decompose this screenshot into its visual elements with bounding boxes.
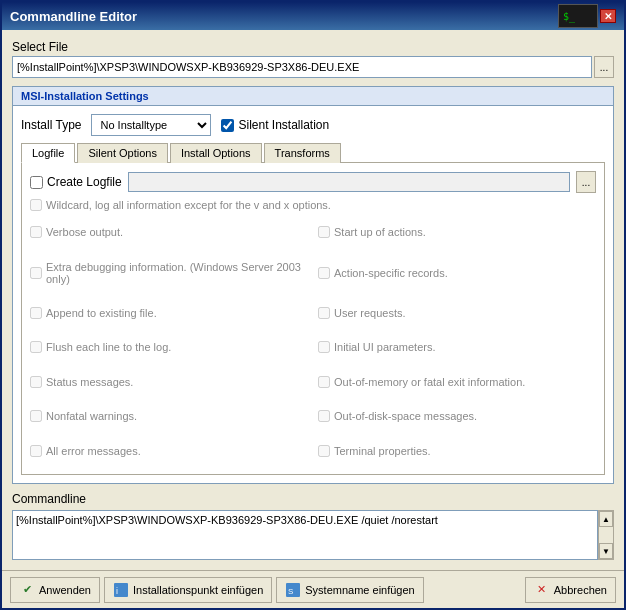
- tabs-container: Logfile Silent Options Install Options T…: [21, 142, 605, 475]
- svg-text:i: i: [116, 586, 118, 596]
- option-initial-ui: Initial UI parameters.: [318, 332, 596, 362]
- tab-content-logfile: Create Logfile ... Wildcard, log all inf…: [21, 163, 605, 475]
- close-button[interactable]: ✕: [600, 9, 616, 23]
- append-checkbox: [30, 307, 42, 319]
- apply-button[interactable]: ✔ Anwenden: [10, 577, 100, 603]
- option-append: Append to existing file.: [30, 298, 308, 328]
- footer-bar: ✔ Anwenden i Installationspunkt einfügen…: [2, 570, 624, 608]
- logfile-browse-button[interactable]: ...: [576, 171, 596, 193]
- select-file-label: Select File: [12, 40, 614, 54]
- scroll-up-button[interactable]: ▲: [599, 511, 613, 527]
- commandline-scrollbar[interactable]: ▲ ▼: [598, 510, 614, 560]
- flush-checkbox: [30, 341, 42, 353]
- file-select-row: ...: [12, 56, 614, 78]
- all-errors-checkbox: [30, 445, 42, 457]
- commandline-label: Commandline: [12, 492, 614, 506]
- insert-sysname-button[interactable]: S Systemname einfügen: [276, 577, 423, 603]
- tab-silent-options[interactable]: Silent Options: [77, 143, 167, 163]
- title-bar: Commandline Editor $_ ✕: [2, 2, 624, 30]
- insert-install-button[interactable]: i Installationspunkt einfügen: [104, 577, 272, 603]
- out-of-disk-checkbox: [318, 410, 330, 422]
- silent-installation-label: Silent Installation: [221, 118, 329, 132]
- status-checkbox: [30, 376, 42, 388]
- option-verbose: Verbose output.: [30, 217, 308, 247]
- tab-install-options[interactable]: Install Options: [170, 143, 262, 163]
- select-file-section: Select File ...: [12, 40, 614, 78]
- option-flush: Flush each line to the log.: [30, 332, 308, 362]
- install-type-label: Install Type: [21, 118, 81, 132]
- out-of-memory-checkbox: [318, 376, 330, 388]
- option-extra-debug: Extra debugging information. (Windows Se…: [30, 251, 308, 293]
- cancel-icon: ✕: [534, 582, 550, 598]
- create-logfile-checkbox[interactable]: [30, 176, 43, 189]
- file-browse-button[interactable]: ...: [594, 56, 614, 78]
- svg-text:S: S: [288, 587, 293, 596]
- tab-transforms[interactable]: Transforms: [264, 143, 341, 163]
- option-out-of-memory: Out-of-memory or fatal exit information.: [318, 367, 596, 397]
- install-type-select[interactable]: No Installtype Administrative Advertised…: [91, 114, 211, 136]
- content-area: Select File ... MSI-Installation Setting…: [2, 30, 624, 570]
- install-type-row: Install Type No Installtype Administrati…: [21, 114, 605, 136]
- cancel-button[interactable]: ✕ Abbrechen: [525, 577, 616, 603]
- create-logfile-label: Create Logfile: [30, 175, 122, 189]
- msi-group-content: Install Type No Installtype Administrati…: [13, 106, 613, 483]
- option-all-errors: All error messages.: [30, 436, 308, 466]
- window-title: Commandline Editor: [10, 9, 137, 24]
- silent-installation-checkbox[interactable]: [221, 119, 234, 132]
- action-specific-checkbox: [318, 267, 330, 279]
- insert-install-icon: i: [113, 582, 129, 598]
- option-user-requests: User requests.: [318, 298, 596, 328]
- commandline-box: ▲ ▼: [12, 510, 614, 560]
- option-startup: Start up of actions.: [318, 217, 596, 247]
- terminal-checkbox: [318, 445, 330, 457]
- commandline-section: Commandline ▲ ▼: [12, 492, 614, 560]
- extra-debug-checkbox: [30, 267, 42, 279]
- scroll-down-button[interactable]: ▼: [599, 543, 613, 559]
- user-requests-checkbox: [318, 307, 330, 319]
- commandline-textarea[interactable]: [12, 510, 598, 560]
- logfile-row: Create Logfile ...: [30, 171, 596, 193]
- title-bar-controls: $_ ✕: [558, 4, 616, 28]
- wildcard-checkbox: [30, 199, 42, 211]
- initial-ui-checkbox: [318, 341, 330, 353]
- tab-bar: Logfile Silent Options Install Options T…: [21, 142, 605, 163]
- wildcard-option: Wildcard, log all information except for…: [30, 199, 596, 211]
- logfile-path-input[interactable]: [128, 172, 570, 192]
- insert-sysname-icon: S: [285, 582, 301, 598]
- option-nonfatal: Nonfatal warnings.: [30, 401, 308, 431]
- apply-icon: ✔: [19, 582, 35, 598]
- svg-text:$_: $_: [563, 11, 576, 23]
- verbose-checkbox: [30, 226, 42, 238]
- option-out-of-disk: Out-of-disk-space messages.: [318, 401, 596, 431]
- file-input[interactable]: [12, 56, 592, 78]
- msi-group-title: MSI-Installation Settings: [13, 87, 613, 106]
- option-terminal: Terminal properties.: [318, 436, 596, 466]
- main-window: Commandline Editor $_ ✕ Select File ... …: [0, 0, 626, 610]
- msi-group-box: MSI-Installation Settings Install Type N…: [12, 86, 614, 484]
- nonfatal-checkbox: [30, 410, 42, 422]
- terminal-icon: $_: [558, 4, 598, 28]
- option-action-specific: Action-specific records.: [318, 251, 596, 293]
- tab-logfile[interactable]: Logfile: [21, 143, 75, 163]
- options-grid: Verbose output. Start up of actions. Ext…: [30, 217, 596, 466]
- option-status: Status messages.: [30, 367, 308, 397]
- startup-checkbox: [318, 226, 330, 238]
